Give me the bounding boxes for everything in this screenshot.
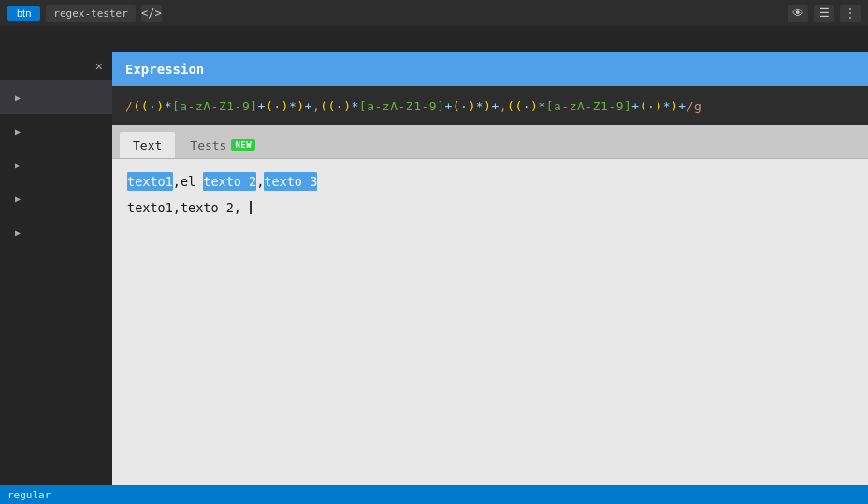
sidebar-item-4[interactable]: ▶ xyxy=(0,181,112,215)
text-line-1: texto1,el texto 2,texto 3 xyxy=(127,172,853,191)
sidebar-arrow-5: ▶ xyxy=(15,227,21,238)
sidebar-close-row: × xyxy=(0,52,112,80)
tab-tests-label: Tests xyxy=(190,138,226,152)
match-token-1: texto1 xyxy=(127,172,173,191)
tab-tests[interactable]: Tests NEW xyxy=(177,132,268,158)
text-cursor xyxy=(250,201,252,214)
expression-header: Expression xyxy=(112,52,868,86)
more-icon[interactable]: ⋮ xyxy=(840,5,861,22)
eye-icon[interactable]: 👁 xyxy=(788,5,808,22)
top-bar-segment: regex-tester xyxy=(46,5,135,22)
separator-1: , xyxy=(173,172,181,191)
code-icon: </> xyxy=(141,5,162,22)
tabs-bar: Text Tests NEW xyxy=(112,125,868,159)
match-token-3: texto 3 xyxy=(264,172,317,191)
sidebar-arrow-4: ▶ xyxy=(15,194,21,204)
menu-icon[interactable]: ☰ xyxy=(814,5,834,22)
separator-2: , xyxy=(256,172,264,191)
regex-bar[interactable]: /((·)*[a-zA-Z1-9]+(·)*)+,((·)*[a-zA-Z1-9… xyxy=(112,86,868,125)
text-line-2: texto1,texto 2, xyxy=(127,198,853,217)
sidebar-arrow-2: ▶ xyxy=(15,126,21,137)
top-bar-button[interactable]: btn xyxy=(7,6,40,21)
sidebar-close-button[interactable]: × xyxy=(95,59,103,74)
sidebar-item-5[interactable]: ▶ xyxy=(0,215,112,249)
text-area[interactable]: texto1,el texto 2,texto 3 texto1,texto 2… xyxy=(112,159,868,485)
sidebar-arrow-3: ▶ xyxy=(15,160,21,170)
tab-text-label: Text xyxy=(133,138,162,152)
expression-header-label: Expression xyxy=(125,62,204,77)
match-token-2: texto 2 xyxy=(203,172,256,191)
top-bar-segment-text: regex-tester xyxy=(53,7,127,20)
sidebar-item-2[interactable]: ▶ xyxy=(0,114,112,148)
regex-expression: /((·)*[a-zA-Z1-9]+(·)*)+,((·)*[a-zA-Z1-9… xyxy=(125,99,702,113)
sidebar: × ▶ ▶ ▶ ▶ ▶ xyxy=(0,52,112,485)
top-bar-button-label: btn xyxy=(17,7,31,19)
new-badge: NEW xyxy=(231,139,255,151)
sidebar-item-1[interactable]: ▶ xyxy=(0,80,112,114)
line2-texto1: texto1,texto 2, xyxy=(127,198,249,217)
main-layout: × ▶ ▶ ▶ ▶ ▶ Expression /((·)*[a-zA-Z1-9]… xyxy=(0,52,868,485)
tab-text[interactable]: Text xyxy=(120,132,175,158)
top-bar: btn regex-tester </> 👁 ☰ ⋮ xyxy=(0,0,868,26)
content-panel: Expression /((·)*[a-zA-Z1-9]+(·)*)+,((·)… xyxy=(112,52,868,485)
plain-el: el xyxy=(181,172,203,191)
sidebar-arrow-1: ▶ xyxy=(15,93,21,103)
sidebar-item-3[interactable]: ▶ xyxy=(0,148,112,181)
second-bar xyxy=(0,26,868,52)
status-label: regular xyxy=(7,489,51,501)
status-bar: regular xyxy=(0,485,868,504)
